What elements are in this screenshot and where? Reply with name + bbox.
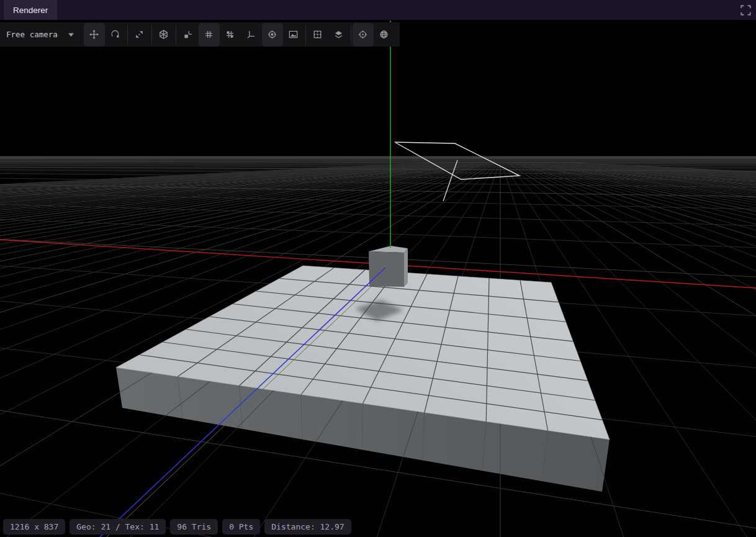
- tab-bar: Renderer: [0, 0, 756, 20]
- toolbar-separator: [351, 25, 351, 44]
- rotate-tool-button[interactable]: [105, 23, 126, 47]
- grid-icon: [204, 29, 214, 40]
- tab-renderer[interactable]: Renderer: [4, 0, 57, 20]
- globe-icon: [379, 29, 389, 40]
- viewport-canvas[interactable]: [0, 20, 756, 537]
- status-bar: 1216 x 837Geo: 21 / Tex: 1196 Tris0 PtsD…: [3, 519, 351, 535]
- layers-icon: [333, 29, 344, 40]
- tris-badge: 96 Tris: [170, 519, 218, 535]
- move-tool-button[interactable]: [84, 23, 105, 47]
- fullscreen-button[interactable]: [740, 5, 751, 16]
- toolbar-separator: [151, 25, 152, 44]
- axes-icon: [246, 29, 256, 40]
- layers-button[interactable]: [328, 23, 349, 47]
- grid-snap-icon: [225, 29, 235, 40]
- corner-snap-icon: [182, 29, 193, 40]
- bounding-box-button[interactable]: [153, 23, 174, 47]
- frame-selection-button[interactable]: [307, 23, 328, 47]
- renderer-window: Renderer: [0, 0, 756, 537]
- gizmo-target-button[interactable]: [262, 23, 283, 47]
- distance-badge: Distance: 12.97: [264, 519, 351, 535]
- toolbar-separator: [127, 25, 128, 44]
- fullscreen-icon: [740, 5, 751, 16]
- scale-icon: [134, 29, 145, 40]
- camera-mode-label: Free camera: [6, 30, 58, 39]
- box-wireframe-icon: [158, 29, 169, 40]
- toolbar-separator: [305, 25, 306, 44]
- world-button[interactable]: [374, 23, 395, 47]
- scale-tool-button[interactable]: [129, 23, 150, 47]
- axes-button[interactable]: [241, 23, 262, 47]
- viewport-size-badge: 1216 x 837: [3, 519, 65, 535]
- image-icon: [288, 29, 299, 40]
- texture-view-button[interactable]: [283, 23, 304, 47]
- corner-snap-button[interactable]: [178, 23, 199, 47]
- rotate-icon: [110, 29, 120, 40]
- toolbar-separator: [176, 25, 176, 44]
- geo-tex-badge: Geo: 21 / Tex: 11: [70, 519, 166, 535]
- camera-mode-dropdown[interactable]: Free camera: [6, 30, 74, 39]
- points-badge: 0 Pts: [222, 519, 260, 535]
- frame-center-icon: [312, 29, 323, 40]
- target-square-icon: [267, 29, 277, 40]
- move-icon: [89, 29, 99, 40]
- crosshair-icon: [358, 29, 368, 40]
- cube-front-face: [369, 251, 404, 287]
- chevron-down-icon: [68, 32, 74, 37]
- cube: [369, 246, 408, 287]
- viewport-toolbar: Free camera: [0, 22, 400, 47]
- grid-button[interactable]: [199, 23, 220, 47]
- crosshair-button[interactable]: [353, 23, 374, 47]
- grid-snap-button[interactable]: [220, 23, 241, 47]
- cube-right-face: [404, 248, 408, 287]
